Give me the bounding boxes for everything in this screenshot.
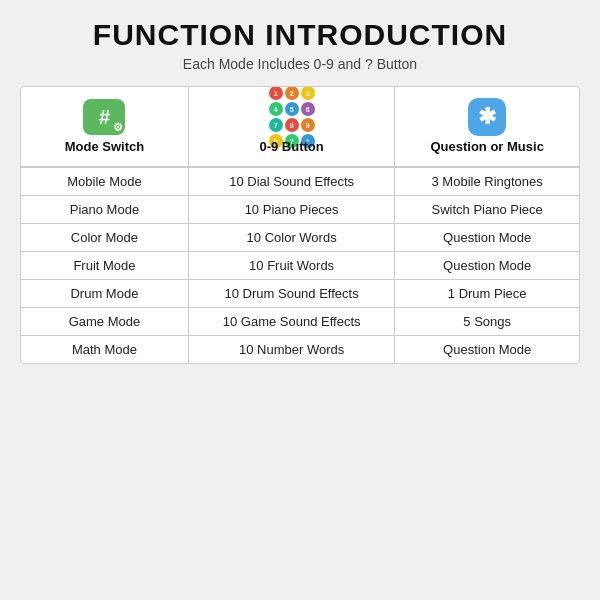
page-subtitle: Each Mode Includes 0-9 and ? Button [183,56,417,72]
col2-label: 0-9 Button [259,139,323,154]
extra-cell: Switch Piano Piece [395,196,579,224]
col3-label: Question or Music [430,139,543,154]
button-circle-6: 7 [269,118,283,132]
table-row: Math Mode10 Number WordsQuestion Mode [21,336,579,364]
button-circle-5: 6 [301,102,315,116]
button-cell: 10 Piano Pieces [188,196,394,224]
mode-cell: Color Mode [21,224,188,252]
button-circle-0: 1 [269,86,283,100]
extra-cell: 1 Drum Piece [395,280,579,308]
table-row: Game Mode10 Game Sound Effects5 Songs [21,308,579,336]
mode-cell: Drum Mode [21,280,188,308]
table-row: Drum Mode10 Drum Sound Effects1 Drum Pie… [21,280,579,308]
extra-cell: 5 Songs [395,308,579,336]
button-circle-8: 9 [301,118,315,132]
mode-cell: Piano Mode [21,196,188,224]
extra-cell: Question Mode [395,252,579,280]
button-cell: 10 Dial Sound Effects [188,167,394,196]
mode-cell: Game Mode [21,308,188,336]
mode-switch-icon [83,99,125,135]
button-cell: 10 Game Sound Effects [188,308,394,336]
mode-cell: Fruit Mode [21,252,188,280]
button-circle-3: 4 [269,102,283,116]
table-row: Color Mode10 Color WordsQuestion Mode [21,224,579,252]
button-circle-7: 8 [285,118,299,132]
extra-cell: Question Mode [395,224,579,252]
button-circle-2: 3 [301,86,315,100]
button-cell: 10 Fruit Words [188,252,394,280]
table-row: Mobile Mode10 Dial Sound Effects3 Mobile… [21,167,579,196]
col1-label: Mode Switch [65,139,144,154]
button-circle-1: 2 [285,86,299,100]
button-cell: 10 Drum Sound Effects [188,280,394,308]
table-row: Fruit Mode10 Fruit WordsQuestion Mode [21,252,579,280]
button-cell: 10 Color Words [188,224,394,252]
mode-cell: Math Mode [21,336,188,364]
button-cell: 10 Number Words [188,336,394,364]
function-table: Mode Switch 1234567890?* 0-9 Button ✱ [20,86,580,364]
question-music-icon: ✱ [468,98,506,136]
button-circle-4: 5 [285,102,299,116]
extra-cell: 3 Mobile Ringtones [395,167,579,196]
extra-cell: Question Mode [395,336,579,364]
page-title: FUNCTION INTRODUCTION [93,18,507,52]
table-row: Piano Mode10 Piano PiecesSwitch Piano Pi… [21,196,579,224]
mode-cell: Mobile Mode [21,167,188,196]
